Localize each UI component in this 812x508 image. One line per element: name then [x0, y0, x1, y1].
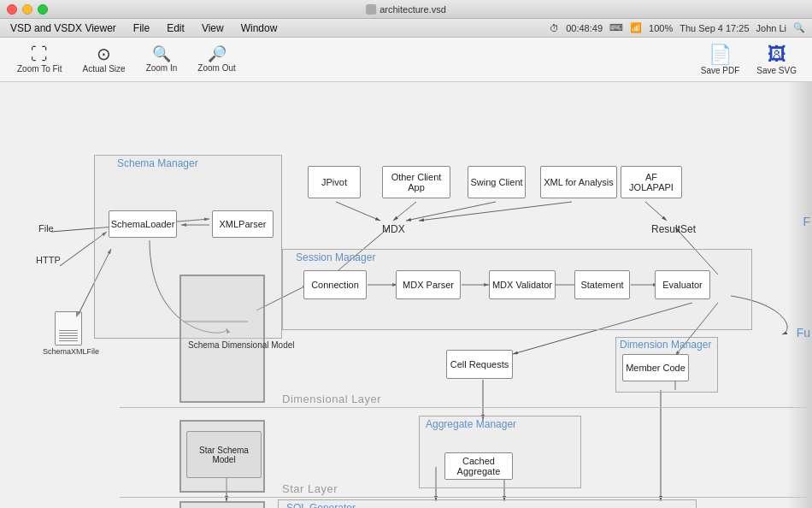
- zoom-fit-label: Zoom To Fit: [17, 64, 62, 74]
- actual-size-label: Actual Size: [83, 64, 126, 74]
- member-code-box: Member Code: [622, 354, 689, 381]
- traffic-lights: [7, 4, 48, 15]
- file-line-4: [59, 338, 78, 339]
- menu-view[interactable]: View: [198, 22, 227, 34]
- svg-line-5: [645, 202, 667, 221]
- menu-right-items: ⏱ 00:48:49 ⌨ 📶 100% Thu Sep 4 17:25 John…: [550, 22, 805, 33]
- star-layer-divider: [120, 497, 812, 498]
- star-schema-model-box: Star Schema Model: [186, 431, 262, 478]
- zoom-out-label: Zoom Out: [197, 63, 235, 73]
- zoom-fit-icon: ⛶: [31, 45, 48, 62]
- svg-line-3: [406, 202, 496, 221]
- zoom-out-icon: 🔎: [208, 46, 227, 62]
- right-fade: [786, 82, 812, 508]
- actual-size-button[interactable]: ⊙ Actual Size: [76, 42, 132, 77]
- svg-line-1: [336, 202, 380, 221]
- menu-edit[interactable]: Edit: [163, 22, 188, 34]
- save-pdf-label: Save PDF: [701, 66, 740, 75]
- menubar: VSD and VSDX Viewer File Edit View Windo…: [0, 19, 812, 38]
- mdx-parser-box: MDX Parser: [396, 270, 461, 299]
- diagram-canvas: Schema Manager Session Manager Dimension…: [0, 82, 812, 508]
- aggregate-manager-label: Aggregate Manager: [426, 418, 516, 430]
- mdx-validator-box: MDX Validator: [489, 270, 556, 299]
- schema-dim-label: Schema Dimensional Model: [188, 340, 295, 350]
- save-svg-label: Save SVG: [756, 66, 797, 75]
- swing-client-box: Swing Client: [468, 166, 526, 198]
- minimize-button[interactable]: [22, 4, 32, 15]
- cell-requests-box: Cell Requests: [446, 350, 513, 379]
- fu-partial-text-2: Fu: [797, 326, 810, 340]
- other-client-box: Other Client App: [382, 166, 450, 198]
- dimensional-layer-label: Dimensional Layer: [282, 393, 381, 405]
- file-document-icon: [55, 311, 82, 346]
- menu-file[interactable]: File: [130, 22, 153, 34]
- resultset-label: ResultSet: [651, 223, 696, 235]
- zoom-to-fit-button[interactable]: ⛶ Zoom To Fit: [10, 42, 69, 77]
- connection-box: Connection: [303, 270, 367, 299]
- wifi-icon: 📶: [630, 22, 642, 33]
- file-icon: [366, 4, 376, 15]
- pdf-icon: 📄: [709, 44, 732, 66]
- zoom-in-button[interactable]: 🔍 Zoom In: [139, 43, 185, 76]
- save-svg-button[interactable]: 🖼 Save SVG: [751, 40, 802, 79]
- timer-value: 00:48:49: [566, 23, 603, 33]
- actual-size-icon: ⊙: [97, 45, 111, 62]
- search-icon[interactable]: 🔍: [793, 22, 805, 33]
- file-lines: [59, 330, 78, 341]
- save-pdf-button[interactable]: 📄 Save PDF: [696, 40, 745, 79]
- zoom-value: 100%: [649, 23, 673, 33]
- svg-line-2: [393, 202, 416, 221]
- datetime: Thu Sep 4 17:25: [680, 23, 749, 33]
- dimension-manager-label: Dimension Manager: [620, 339, 711, 351]
- schema-xml-label: SchemaXMLFile: [43, 347, 94, 357]
- fu-partial-text: F: [803, 215, 810, 228]
- menu-window[interactable]: Window: [238, 22, 281, 34]
- http-label: HTTP: [36, 255, 61, 265]
- jpivot-box: JPivot: [308, 166, 361, 198]
- dimensional-layer-divider: [120, 407, 812, 408]
- file-label: File: [38, 223, 54, 233]
- username: John Li: [756, 23, 786, 33]
- file-line-2: [59, 333, 78, 334]
- schema-loader-box: SchemaLoader: [109, 210, 177, 238]
- zoom-in-label: Zoom In: [146, 63, 178, 73]
- svg-line-4: [419, 202, 572, 221]
- timer-icon: ⏱: [550, 23, 559, 33]
- sql-generator-label: SQL Generator: [286, 502, 356, 508]
- session-manager-label: Session Manager: [296, 251, 375, 263]
- titlebar: architecture.vsd: [0, 0, 812, 19]
- file-line-5: [59, 340, 78, 341]
- af-jolapapi-box: AF JOLAPAPI: [621, 166, 682, 198]
- evaluator-box: Evaluator: [655, 270, 710, 299]
- toolbar-right: 📄 Save PDF 🖼 Save SVG: [696, 40, 802, 79]
- zoom-out-button[interactable]: 🔎 Zoom Out: [191, 43, 242, 76]
- xml-analysis-box: XML for Analysis: [540, 166, 617, 198]
- close-button[interactable]: [7, 4, 17, 15]
- schema-manager-label: Schema Manager: [117, 157, 198, 169]
- maximize-button[interactable]: [38, 4, 48, 15]
- file-line-3: [59, 335, 78, 336]
- xml-parser-box: XMLParser: [212, 210, 274, 238]
- sql-model-box: [179, 501, 265, 508]
- schema-dim-box: [179, 275, 265, 403]
- statement-box: Statement: [574, 270, 630, 299]
- bluetooth-icon: ⌨: [609, 22, 623, 33]
- toolbar: ⛶ Zoom To Fit ⊙ Actual Size 🔍 Zoom In 🔎 …: [0, 38, 812, 82]
- menu-app[interactable]: VSD and VSDX Viewer: [7, 22, 120, 34]
- schema-xml-file-icon: SchemaXMLFile: [43, 311, 94, 357]
- mdx-label: MDX: [382, 223, 405, 235]
- zoom-in-icon: 🔍: [152, 46, 171, 62]
- window-title: architecture.vsd: [366, 4, 446, 15]
- star-layer-label: Star Layer: [282, 482, 338, 495]
- file-line-1: [59, 330, 78, 331]
- cached-aggregate-box: Cached Aggregate: [444, 452, 513, 480]
- svg-icon: 🖼: [768, 44, 786, 66]
